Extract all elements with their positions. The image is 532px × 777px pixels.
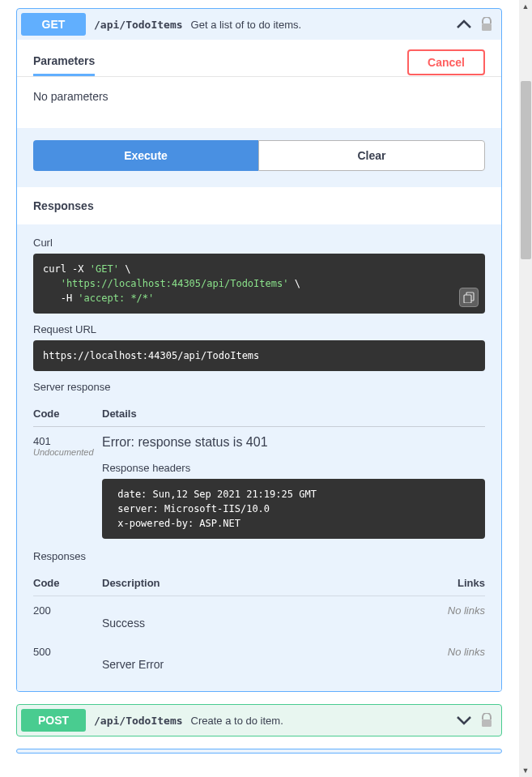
- endpoint-path: /api/TodoItems: [94, 19, 183, 31]
- method-badge-get: GET: [21, 13, 86, 36]
- opblock-post-todoitems: POST /api/TodoItems Create a to do item.: [16, 704, 502, 736]
- opblock-summary[interactable]: POST /api/TodoItems Create a to do item.: [17, 705, 501, 736]
- scrollbar-arrow-up-icon[interactable]: ▲: [519, 0, 532, 13]
- svg-rect-3: [482, 719, 492, 727]
- column-details: Details: [102, 408, 485, 420]
- responses-header: Responses: [17, 187, 501, 224]
- lock-icon[interactable]: [480, 17, 493, 32]
- parameters-body: No parameters: [17, 77, 501, 128]
- response-links: No links: [420, 646, 485, 671]
- server-response-row: 401 Undocumented Error: response status …: [33, 427, 485, 542]
- copy-icon[interactable]: [459, 288, 479, 307]
- endpoint-description: Get a list of to do items.: [191, 19, 456, 31]
- documented-response-row: 500 Server Error No links: [33, 638, 485, 679]
- scrollbar-arrow-down-icon[interactable]: ▼: [519, 764, 532, 777]
- opblock-summary[interactable]: GET /api/TodoItems Get a list of to do i…: [17, 9, 501, 40]
- documented-responses-label: Responses: [33, 550, 485, 562]
- svg-rect-0: [482, 23, 492, 31]
- undocumented-label: Undocumented: [33, 447, 102, 457]
- response-code: 200: [33, 604, 102, 630]
- curl-url: 'https://localhost:44305/api/TodoItems': [43, 278, 288, 289]
- scrollbar-thumb[interactable]: [521, 81, 531, 259]
- clear-button[interactable]: Clear: [258, 140, 485, 171]
- opblock-get-todoitems: GET /api/TodoItems Get a list of to do i…: [16, 8, 502, 692]
- execute-button[interactable]: Execute: [33, 140, 258, 171]
- endpoint-description: Create a to do item.: [191, 715, 456, 727]
- response-headers-label: Response headers: [102, 462, 485, 474]
- response-section: Curl curl -X 'GET' \ 'https://localhost:…: [17, 224, 501, 691]
- chevron-down-icon[interactable]: [456, 712, 472, 728]
- scrollbar-track[interactable]: ▲ ▼: [519, 0, 532, 777]
- documented-table-header: Code Description Links: [33, 570, 485, 596]
- response-headers-block: date: Sun,12 Sep 2021 21:19:25 GMT serve…: [102, 479, 485, 539]
- curl-text: -H: [43, 292, 78, 304]
- endpoint-path: /api/TodoItems: [94, 715, 183, 727]
- column-links: Links: [420, 577, 485, 589]
- response-description: Server Error: [102, 646, 420, 671]
- chevron-up-icon[interactable]: [456, 16, 472, 32]
- error-message: Error: response status is 401: [102, 435, 485, 450]
- curl-accept: 'accept: */*': [78, 292, 154, 304]
- curl-text: \: [288, 278, 300, 289]
- column-code: Code: [33, 577, 102, 589]
- column-description: Description: [102, 577, 420, 589]
- curl-method: 'GET': [90, 263, 119, 275]
- svg-rect-2: [464, 295, 471, 303]
- action-button-row: Execute Clear: [17, 128, 501, 187]
- opblock-peek: [16, 749, 502, 754]
- parameters-tabs-header: Parameters Cancel: [17, 40, 501, 77]
- column-code: Code: [33, 408, 102, 420]
- response-description: Success: [102, 604, 420, 630]
- documented-response-row: 200 Success No links: [33, 596, 485, 638]
- curl-codeblock: curl -X 'GET' \ 'https://localhost:44305…: [33, 254, 485, 314]
- request-url-block: https://localhost:44305/api/TodoItems: [33, 340, 485, 371]
- method-badge-post: POST: [21, 709, 86, 732]
- response-code: 401: [33, 435, 102, 447]
- server-response-table-header: Code Details: [33, 401, 485, 427]
- response-code: 500: [33, 646, 102, 671]
- response-links: No links: [420, 604, 485, 630]
- lock-icon[interactable]: [480, 713, 493, 728]
- request-url-label: Request URL: [33, 323, 485, 335]
- no-parameters-text: No parameters: [33, 90, 109, 103]
- tab-parameters[interactable]: Parameters: [33, 48, 95, 76]
- curl-label: Curl: [33, 237, 485, 249]
- curl-text: curl -X: [43, 263, 90, 275]
- cancel-button[interactable]: Cancel: [407, 49, 485, 75]
- curl-text: \: [119, 263, 130, 275]
- server-response-label: Server response: [33, 381, 485, 393]
